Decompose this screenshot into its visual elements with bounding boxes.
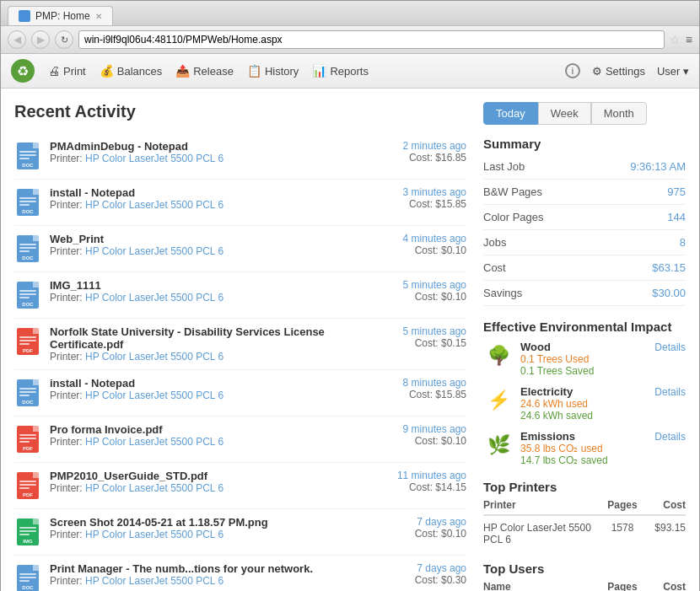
summary-row: Cost$63.15 — [483, 259, 686, 277]
environmental-section: Effective Environmental Impact 🌳 Wood De… — [483, 320, 686, 466]
env-stat-used: 0.1 Trees Used — [520, 353, 686, 365]
activity-printer: Printer: HP Color LaserJet 5500 PCL 6 — [50, 351, 395, 363]
browser-window: PMP: Home ✕ ◀ ▶ ↻ ☆ ≡ ♻ 🖨 Print 💰 Balanc… — [0, 0, 700, 591]
activity-info: Norfolk State University - Disability Se… — [50, 325, 395, 363]
list-item[interactable]: DOC Web_Print Printer: HP Color LaserJet… — [14, 226, 466, 272]
env-name: Wood — [520, 341, 551, 353]
summary-value: 975 — [667, 185, 686, 198]
activity-info: PMP2010_UserGuide_STD.pdf Printer: HP Co… — [50, 470, 389, 494]
toolbar-right-section: i ⚙ Settings User ▾ — [565, 63, 689, 78]
activity-cost: Cost: $0.10 — [415, 528, 466, 540]
list-item[interactable]: DOC install - Notepad Printer: HP Color … — [14, 370, 466, 416]
env-icon: 🌿 — [483, 430, 514, 460]
list-item[interactable]: IMG Screen Shot 2014-05-21 at 1.18.57 PM… — [14, 509, 466, 556]
list-item[interactable]: DOC install - Notepad Printer: HP Color … — [14, 180, 466, 226]
summary-label: Color Pages — [483, 211, 544, 223]
tab-favicon — [19, 10, 30, 22]
summary-value: 8 — [680, 236, 686, 249]
activity-cost: Cost: $0.10 — [403, 435, 466, 447]
environmental-heading: Effective Environmental Impact — [483, 320, 686, 334]
activity-doc-icon: DOC — [14, 279, 41, 311]
user-label: User ▾ — [657, 65, 689, 78]
toolbar-history[interactable]: 📋 History — [247, 64, 299, 78]
summary-value: $63.15 — [652, 261, 686, 274]
env-stat-used: 35.8 lbs CO₂ used — [520, 443, 686, 454]
list-item[interactable]: DOC IMG_1111 Printer: HP Color LaserJet … — [14, 272, 466, 319]
print-label: Print — [63, 65, 86, 78]
environmental-items: 🌳 Wood Details 0.1 Trees Used 0.1 Trees … — [483, 341, 686, 466]
activity-meta: 11 minutes ago Cost: $14.15 — [397, 470, 466, 493]
bookmark-icon[interactable]: ☆ — [670, 33, 681, 46]
activity-info: install - Notepad Printer: HP Color Lase… — [50, 377, 395, 401]
env-stat-saved: 0.1 Trees Saved — [520, 365, 686, 377]
summary-heading: Summary — [483, 137, 686, 151]
activity-info: Pro forma Invoice.pdf Printer: HP Color … — [50, 423, 395, 448]
printers-table-header: PrinterPagesCost — [483, 499, 686, 516]
tab-today[interactable]: Today — [483, 102, 538, 125]
address-bar[interactable] — [78, 30, 665, 49]
activity-name: Pro forma Invoice.pdf — [50, 423, 395, 436]
activity-meta: 9 minutes ago Cost: $0.10 — [403, 423, 466, 447]
release-icon: 📤 — [175, 64, 190, 78]
tab-title: PMP: Home — [35, 10, 90, 22]
list-item[interactable]: DOC Print Manager - The numb...tions for… — [14, 556, 466, 591]
summary-label: Last Job — [483, 160, 525, 173]
activity-time: 2 minutes ago — [403, 140, 466, 152]
activity-info: Print Manager - The numb...tions for you… — [50, 562, 407, 587]
activity-name: Print Manager - The numb...tions for you… — [50, 562, 407, 575]
info-button[interactable]: i — [565, 63, 580, 78]
toolbar-balances[interactable]: 💰 Balances — [100, 64, 162, 78]
logo-icon: ♻ — [17, 63, 29, 79]
tab-week[interactable]: Week — [538, 102, 591, 125]
tab-close-button[interactable]: ✕ — [95, 12, 102, 21]
summary-label: Cost — [483, 261, 506, 274]
recent-activity-title: Recent Activity — [14, 102, 466, 121]
browser-menu-icon[interactable]: ≡ — [686, 33, 692, 46]
main-content: Recent Activity DOC PMAdminDebug - Notep… — [1, 89, 699, 591]
activity-info: install - Notepad Printer: HP Color Lase… — [50, 186, 395, 211]
summary-row: B&W Pages975 — [483, 183, 686, 201]
balances-icon: 💰 — [100, 64, 114, 78]
activity-info: Web_Print Printer: HP Color LaserJet 550… — [50, 233, 395, 257]
activity-doc-icon: DOC — [14, 140, 41, 172]
activity-name: install - Notepad — [50, 186, 395, 199]
toolbar-user[interactable]: User ▾ — [657, 65, 689, 78]
col-printer-cost: Cost — [643, 499, 686, 511]
env-name: Electricity — [520, 385, 573, 398]
summary-row: Jobs8 — [483, 234, 686, 251]
env-details-link[interactable]: Details — [654, 386, 686, 398]
refresh-button[interactable]: ↻ — [55, 30, 73, 49]
tab-month[interactable]: Month — [591, 102, 647, 125]
activity-printer: Printer: HP Color LaserJet 5500 PCL 6 — [50, 153, 395, 164]
activity-meta: 7 days ago Cost: $0.30 — [415, 562, 466, 586]
list-item[interactable]: PDF Norfolk State University - Disabilit… — [14, 319, 466, 370]
activity-cost: Cost: $15.85 — [403, 198, 466, 210]
env-details-link[interactable]: Details — [654, 341, 686, 353]
activity-cost: Cost: $16.85 — [403, 152, 466, 164]
list-item[interactable]: DOC PMAdminDebug - Notepad Printer: HP C… — [14, 133, 466, 180]
activity-meta: 5 minutes ago Cost: $0.10 — [403, 279, 466, 303]
env-details-link[interactable]: Details — [654, 431, 686, 443]
list-item[interactable]: PDF PMP2010_UserGuide_STD.pdf Printer: H… — [14, 463, 466, 509]
toolbar-settings[interactable]: ⚙ Settings — [592, 65, 645, 78]
activity-name: PMAdminDebug - Notepad — [50, 140, 395, 153]
browser-tab[interactable]: PMP: Home ✕ — [8, 6, 113, 25]
summary-section: Summary Last Job9:36:13 AMB&W Pages975Co… — [483, 137, 686, 306]
list-item[interactable]: PDF Pro forma Invoice.pdf Printer: HP Co… — [14, 416, 466, 463]
back-button[interactable]: ◀ — [8, 30, 26, 49]
activity-time: 3 minutes ago — [403, 186, 466, 198]
col-user-name: Name — [483, 581, 601, 591]
toolbar-print[interactable]: 🖨 Print — [48, 64, 86, 78]
forward-button[interactable]: ▶ — [31, 30, 50, 49]
activity-doc-icon: PDF — [14, 423, 41, 455]
toolbar-release[interactable]: 📤 Release — [175, 64, 234, 78]
env-details: Wood Details 0.1 Trees Used 0.1 Trees Sa… — [520, 341, 686, 377]
toolbar-reports[interactable]: 📊 Reports — [312, 64, 369, 78]
activity-name: IMG_1111 — [50, 279, 395, 292]
users-table-header: NamePagesCost — [483, 581, 686, 591]
col-printer-name: Printer — [483, 499, 601, 511]
summary-value: 144 — [667, 211, 686, 223]
env-details: Emissions Details 35.8 lbs CO₂ used 14.7… — [520, 430, 686, 466]
activity-doc-icon: DOC — [14, 233, 41, 265]
activity-printer: Printer: HP Color LaserJet 5500 PCL 6 — [50, 292, 395, 304]
